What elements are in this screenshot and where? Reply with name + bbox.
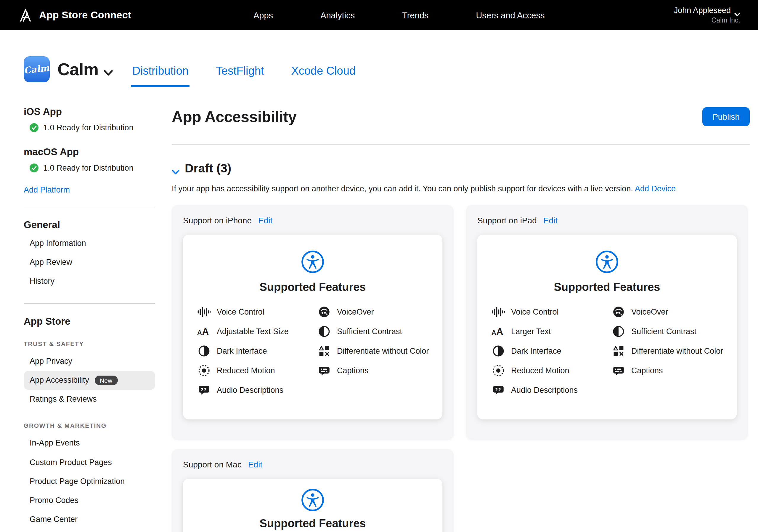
app-tabs: Distribution TestFlight Xcode Cloud bbox=[131, 65, 357, 87]
differentiate-without-color-icon bbox=[317, 344, 331, 358]
audio-descriptions-icon bbox=[492, 384, 505, 397]
feature-label: Voice Control bbox=[217, 307, 264, 316]
sidebar-item-app-accessibility[interactable]: App Accessibility New bbox=[24, 371, 155, 390]
publish-button[interactable]: Publish bbox=[702, 107, 750, 126]
feature-item: Voice Control bbox=[197, 305, 317, 318]
app-header: Calm Calm Distribution TestFlight Xcode … bbox=[0, 30, 758, 87]
supported-features-card: Supported Features bbox=[183, 479, 442, 532]
sidebar-macos-version-status[interactable]: 1.0 Ready for Distribution bbox=[30, 163, 155, 172]
add-platform-link[interactable]: Add Platform bbox=[24, 186, 70, 194]
app-store-connect-home-link[interactable]: App Store Connect bbox=[18, 7, 131, 23]
sidebar-item-product-page-optimization[interactable]: Product Page Optimization bbox=[24, 472, 155, 491]
check-circle-icon bbox=[30, 163, 39, 172]
svg-text:A: A bbox=[492, 329, 496, 336]
support-card-title: Support on Mac bbox=[183, 459, 242, 469]
tab-testflight[interactable]: TestFlight bbox=[215, 65, 265, 87]
sidebar-trust-list: App Privacy App Accessibility New Rating… bbox=[24, 352, 155, 409]
app-store-connect-page: App Store Connect Apps Analytics Trends … bbox=[0, 0, 758, 532]
feature-item: Dark Interface bbox=[197, 344, 317, 358]
sidebar-item-label: App Information bbox=[30, 239, 86, 248]
sidebar-item-label: Custom Product Pages bbox=[30, 458, 112, 467]
nav-item-users-and-access[interactable]: Users and Access bbox=[476, 10, 544, 20]
text-size-icon: AA bbox=[197, 325, 211, 338]
reduced-motion-icon bbox=[492, 364, 505, 377]
sidebar-item-label: History bbox=[30, 277, 54, 286]
feature-label: Voice Control bbox=[511, 307, 559, 316]
tab-distribution[interactable]: Distribution bbox=[131, 65, 190, 87]
feature-item: Voice Control bbox=[492, 305, 612, 318]
top-nav: Apps Analytics Trends Users and Access bbox=[254, 0, 545, 30]
chevron-down-icon bbox=[734, 9, 740, 13]
page-layout: iOS App 1.0 Ready for Distribution macOS… bbox=[0, 106, 758, 532]
sidebar-item-label: App Accessibility bbox=[30, 375, 89, 385]
supported-features-card: Supported Features Voice Control AAAdjus… bbox=[183, 234, 442, 419]
chevron-down-icon bbox=[104, 68, 114, 73]
feature-label: Adjustable Text Size bbox=[217, 327, 289, 336]
user-name: John Appleseed bbox=[674, 6, 731, 16]
user-organization: Calm Inc. bbox=[674, 16, 740, 25]
sidebar-item-in-app-events[interactable]: In-App Events bbox=[24, 434, 155, 453]
sidebar-divider bbox=[24, 303, 155, 303]
sidebar-item-promo-codes[interactable]: Promo Codes bbox=[24, 491, 155, 510]
user-menu[interactable]: John Appleseed Calm Inc. bbox=[674, 6, 740, 25]
voice-control-icon bbox=[197, 305, 211, 318]
sidebar-item-label: App Privacy bbox=[30, 356, 72, 366]
edit-link[interactable]: Edit bbox=[248, 459, 262, 469]
feature-item: VoiceOver bbox=[612, 305, 723, 318]
macos-status-label: 1.0 Ready for Distribution bbox=[43, 163, 133, 172]
feature-item: Audio Descriptions bbox=[197, 384, 317, 397]
support-card-iphone: Support on iPhone Edit Supported Feature… bbox=[172, 205, 454, 439]
sidebar-ios-version-status[interactable]: 1.0 Ready for Distribution bbox=[30, 123, 155, 132]
svg-text:A: A bbox=[202, 326, 209, 337]
feature-label: Differentiate without Color bbox=[337, 346, 429, 355]
voiceover-icon bbox=[317, 305, 331, 318]
reduced-motion-icon bbox=[197, 364, 211, 377]
ios-status-label: 1.0 Ready for Distribution bbox=[43, 123, 133, 132]
feature-label: Sufficient Contrast bbox=[631, 327, 696, 336]
feature-label: Captions bbox=[631, 366, 663, 375]
sidebar-divider bbox=[24, 207, 155, 207]
feature-label: Dark Interface bbox=[511, 346, 561, 355]
differentiate-without-color-icon bbox=[612, 344, 625, 358]
sidebar-item-label: Game Center bbox=[30, 515, 78, 524]
support-card-head: Support on Mac Edit bbox=[183, 459, 442, 469]
feature-label: VoiceOver bbox=[337, 307, 374, 316]
feature-item: AAAdjustable Text Size bbox=[197, 325, 317, 338]
nav-item-trends[interactable]: Trends bbox=[402, 10, 429, 20]
nav-item-analytics[interactable]: Analytics bbox=[320, 10, 355, 20]
edit-link[interactable]: Edit bbox=[258, 215, 272, 225]
feature-item: AALarger Text bbox=[492, 325, 612, 338]
sidebar-item-history[interactable]: History bbox=[24, 272, 155, 291]
sidebar-item-app-privacy[interactable]: App Privacy bbox=[24, 352, 155, 371]
edit-link[interactable]: Edit bbox=[543, 215, 558, 225]
sidebar-general-list: App Information App Review History bbox=[24, 234, 155, 291]
feature-item: Audio Descriptions bbox=[492, 384, 612, 397]
page-title: App Accessibility bbox=[172, 108, 296, 126]
feature-item: Sufficient Contrast bbox=[612, 325, 723, 338]
feature-label: Sufficient Contrast bbox=[337, 327, 402, 336]
tab-xcode-cloud[interactable]: Xcode Cloud bbox=[290, 65, 357, 87]
add-device-link[interactable]: Add Device bbox=[635, 184, 676, 193]
sidebar-item-app-review[interactable]: App Review bbox=[24, 253, 155, 272]
app-store-connect-logo-icon bbox=[18, 7, 33, 23]
sidebar-item-ratings-reviews[interactable]: Ratings & Reviews bbox=[24, 390, 155, 409]
main-content: App Accessibility Publish Draft (3) If y… bbox=[155, 106, 758, 532]
sidebar-item-custom-product-pages[interactable]: Custom Product Pages bbox=[24, 453, 155, 472]
app-switcher[interactable]: Calm bbox=[57, 59, 114, 79]
accessibility-icon bbox=[595, 250, 619, 273]
sidebar-growth-list: In-App Events Custom Product Pages Produ… bbox=[24, 434, 155, 529]
sidebar-item-app-information[interactable]: App Information bbox=[24, 234, 155, 253]
sidebar-item-label: Product Page Optimization bbox=[30, 477, 125, 486]
captions-icon bbox=[612, 364, 625, 377]
support-card-title: Support on iPad bbox=[477, 215, 537, 225]
app-identity: Calm Calm bbox=[24, 56, 114, 87]
sidebar-item-game-center[interactable]: Game Center bbox=[24, 510, 155, 529]
new-badge: New bbox=[94, 375, 118, 385]
feature-label: Dark Interface bbox=[217, 346, 267, 355]
nav-item-apps[interactable]: Apps bbox=[254, 10, 273, 20]
svg-text:A: A bbox=[497, 326, 503, 337]
draft-section-toggle[interactable]: Draft (3) bbox=[172, 161, 750, 175]
dark-interface-icon bbox=[492, 344, 505, 358]
feature-item: Captions bbox=[317, 364, 429, 377]
feature-label: Reduced Motion bbox=[511, 366, 569, 375]
